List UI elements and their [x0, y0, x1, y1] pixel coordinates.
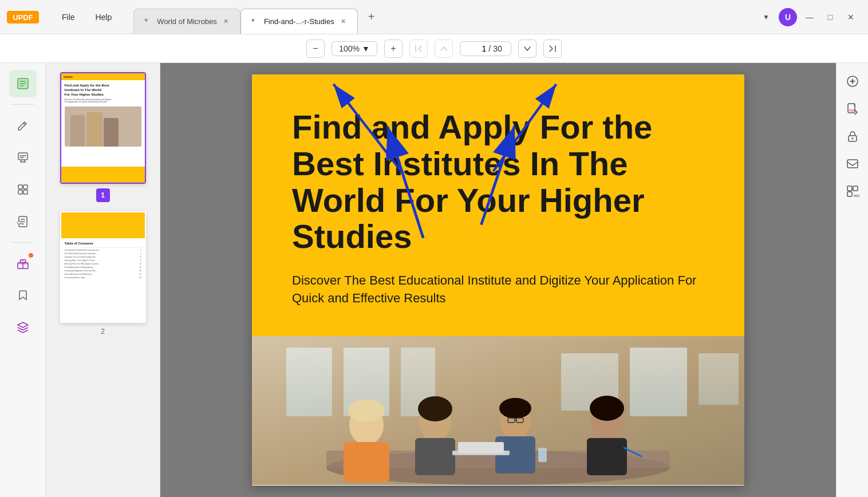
thumbnail-img-1: Find and Apply for the BestInstitutes In…: [60, 72, 146, 184]
svg-rect-59: [847, 192, 852, 196]
sidebar-icon-edit[interactable]: [9, 112, 37, 139]
svg-rect-28: [344, 442, 389, 482]
maximize-button[interactable]: □: [822, 9, 838, 25]
page-separator: /: [488, 44, 491, 53]
sidebar-icon-layers[interactable]: [9, 314, 37, 341]
prev-page-button[interactable]: [435, 40, 453, 58]
thumbnails-panel: Find and Apply for the BestInstitutes In…: [46, 63, 160, 497]
svg-point-55: [851, 137, 854, 140]
svg-text:UPDF: UPDF: [13, 13, 33, 22]
thumbnail-page-1[interactable]: Find and Apply for the BestInstitutes In…: [53, 72, 153, 202]
sidebar-icon-annotate[interactable]: [9, 144, 37, 171]
svg-point-41: [590, 396, 624, 421]
tab-add-button[interactable]: +: [362, 8, 381, 26]
zoom-in-button[interactable]: +: [384, 40, 403, 58]
svg-rect-10: [18, 190, 22, 194]
tab-find-studies[interactable]: ▼ Find-and-...-r-Studies ✕: [240, 9, 358, 34]
user-avatar[interactable]: U: [779, 8, 797, 26]
last-page-button[interactable]: [543, 40, 562, 58]
pdf-page: Find and Apply For the Best Institutes I…: [252, 74, 744, 486]
svg-point-35: [499, 398, 531, 419]
zoom-level-text: 100%: [339, 44, 360, 53]
main-content: Find and Apply for the BestInstitutes In…: [0, 63, 868, 497]
svg-rect-57: [847, 186, 852, 191]
sidebar-icon-gift[interactable]: [9, 250, 37, 277]
thumbnail-page-badge-1: 1: [96, 188, 110, 202]
pdf-main-title: Find and Apply For the Best Institutes I…: [292, 109, 704, 255]
zoom-display[interactable]: 100% ▼: [332, 41, 377, 56]
svg-rect-44: [458, 442, 504, 453]
svg-rect-58: [853, 186, 858, 191]
right-sidebar-ai[interactable]: [841, 70, 864, 93]
right-sidebar-ocr[interactable]: OCR: [841, 180, 864, 203]
left-sidebar: [0, 63, 46, 497]
thumbnail-page-2[interactable]: Table of Contents Understanding the Worl…: [53, 211, 153, 336]
svg-point-32: [418, 396, 452, 421]
window-controls: ▼ U — □ ✕: [758, 8, 868, 26]
right-sidebar-pdf-convert[interactable]: PDF: [841, 97, 864, 120]
sidebar-divider-1: [11, 104, 34, 105]
right-sidebar-lock[interactable]: [841, 125, 864, 148]
svg-text:OCR: OCR: [854, 194, 859, 198]
thumb1-content: Find and Apply for the BestInstitutes In…: [61, 73, 145, 183]
pdf-area[interactable]: Find and Apply For the Best Institutes I…: [160, 63, 836, 497]
app-logo: UPDF: [0, 9, 46, 26]
right-sidebar-mail[interactable]: [841, 152, 864, 175]
minimize-button[interactable]: —: [802, 9, 818, 25]
page-input[interactable]: [469, 44, 486, 53]
tab-dropdown-arrow[interactable]: ▼: [143, 17, 152, 26]
sidebar-icon-organize[interactable]: [9, 176, 37, 203]
thumb2-content: Table of Contents Understanding the Worl…: [61, 212, 145, 322]
next-page-button[interactable]: [518, 40, 536, 58]
svg-rect-19: [286, 348, 332, 416]
menu-area: File Help: [46, 10, 128, 24]
svg-rect-11: [23, 190, 27, 194]
sidebar-icon-extract[interactable]: [9, 208, 37, 235]
pdf-yellow-section: Find and Apply For the Best Institutes I…: [252, 74, 744, 336]
first-page-button[interactable]: [409, 40, 428, 58]
toolbar: − 100% ▼ + / 30: [0, 34, 868, 63]
svg-rect-45: [538, 448, 547, 462]
svg-rect-8: [18, 185, 22, 189]
zoom-dropdown-icon: ▼: [362, 44, 370, 53]
tab-label-find-studies: Find-and-...-r-Studies: [264, 17, 334, 26]
tab-list-button[interactable]: ▼: [758, 9, 774, 25]
sidebar-icon-reader[interactable]: [9, 70, 37, 97]
menu-help[interactable]: Help: [91, 10, 117, 24]
thumbnail-page-num-2: 2: [101, 328, 105, 336]
svg-rect-31: [415, 438, 455, 475]
tab-close-find-studies[interactable]: ✕: [339, 17, 348, 26]
pdf-image-section: [252, 336, 744, 485]
svg-rect-56: [847, 160, 858, 168]
close-button[interactable]: ✕: [843, 9, 859, 25]
menu-file[interactable]: File: [57, 10, 80, 24]
tab-dropdown-arrow-2[interactable]: ▼: [250, 17, 259, 26]
total-pages: 30: [493, 44, 502, 53]
fake-people-image: [252, 336, 744, 485]
sidebar-divider-2: [11, 242, 34, 243]
sidebar-icon-bookmark[interactable]: [9, 282, 37, 309]
tab-label-world-microbes: World of Microbes: [157, 17, 217, 26]
svg-rect-13: [18, 221, 21, 224]
right-sidebar: PDF OCR: [836, 63, 868, 497]
svg-rect-24: [699, 353, 739, 405]
svg-point-29: [348, 399, 385, 422]
svg-rect-23: [630, 348, 687, 416]
svg-point-51: [851, 80, 854, 83]
page-indicator[interactable]: / 30: [460, 41, 511, 56]
pdf-subtitle: Discover The Best Educational Institute …: [292, 272, 704, 307]
tabs-area: ▼ World of Microbes ✕ ▼ Find-and-...-r-S…: [128, 0, 758, 34]
thumbnail-img-2: Table of Contents Understanding the Worl…: [60, 211, 146, 323]
svg-rect-7: [18, 153, 27, 160]
title-bar: UPDF File Help ▼ World of Microbes ✕ ▼ F…: [0, 0, 868, 34]
tab-close-world-microbes[interactable]: ✕: [222, 17, 231, 26]
svg-rect-40: [587, 438, 627, 475]
zoom-out-button[interactable]: −: [306, 40, 325, 58]
svg-rect-9: [23, 185, 27, 189]
gift-badge: [29, 253, 33, 258]
svg-text:PDF: PDF: [849, 109, 855, 112]
tab-world-microbes[interactable]: ▼ World of Microbes ✕: [133, 9, 240, 34]
